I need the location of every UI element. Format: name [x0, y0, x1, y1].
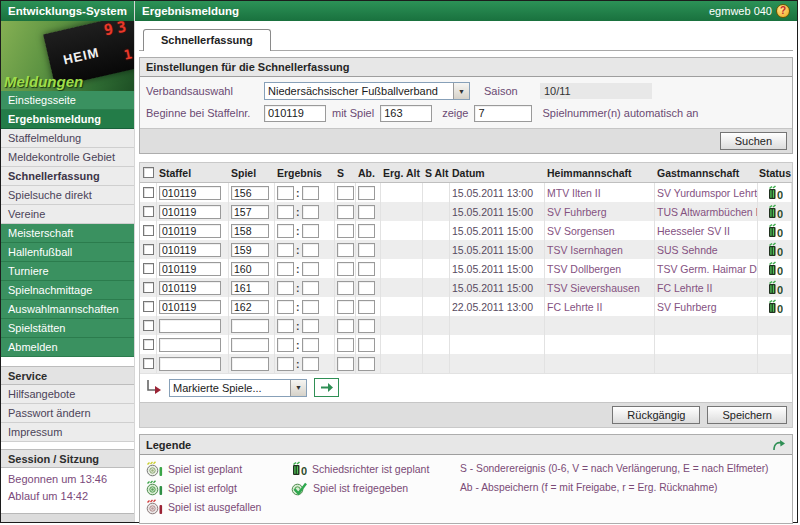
- away-score-input[interactable]: [302, 186, 319, 200]
- staffel-input[interactable]: [159, 224, 221, 238]
- service-item[interactable]: Hilfsangebote: [1, 385, 134, 404]
- abspeichern-input[interactable]: [358, 281, 375, 295]
- spiel-input[interactable]: [231, 224, 269, 238]
- sonderereignis-input[interactable]: [337, 205, 354, 219]
- away-score-input[interactable]: [302, 205, 319, 219]
- home-score-input[interactable]: [277, 338, 294, 352]
- row-checkbox[interactable]: [143, 187, 154, 198]
- spiel-input[interactable]: [231, 281, 269, 295]
- abspeichern-input[interactable]: [358, 243, 375, 257]
- spielnr-input[interactable]: [380, 105, 432, 122]
- spiel-input[interactable]: [231, 243, 269, 257]
- home-score-input[interactable]: [277, 319, 294, 333]
- sonderereignis-input[interactable]: [337, 186, 354, 200]
- zeige-input[interactable]: [474, 105, 532, 122]
- staffel-input[interactable]: [159, 319, 221, 333]
- spiel-input[interactable]: [231, 319, 269, 333]
- home-score-input[interactable]: [277, 243, 294, 257]
- staffel-input[interactable]: [159, 338, 221, 352]
- sidebar-item[interactable]: Einstiegsseite: [1, 91, 134, 110]
- sonderereignis-input[interactable]: [337, 243, 354, 257]
- row-checkbox[interactable]: [143, 320, 154, 331]
- row-checkbox[interactable]: [143, 225, 154, 236]
- chevron-down-icon[interactable]: ▼: [453, 83, 469, 99]
- away-score-input[interactable]: [302, 338, 319, 352]
- staffel-input[interactable]: [159, 300, 221, 314]
- staffel-input[interactable]: [159, 357, 221, 371]
- home-score-input[interactable]: [277, 357, 294, 371]
- home-score-input[interactable]: [277, 186, 294, 200]
- staffelnr-input[interactable]: [264, 105, 326, 122]
- collapse-arrow-icon[interactable]: [772, 438, 786, 451]
- row-checkbox[interactable]: [143, 206, 154, 217]
- sidebar-item[interactable]: Vereine: [1, 205, 134, 224]
- sonderereignis-input[interactable]: [337, 338, 354, 352]
- staffel-input[interactable]: [159, 281, 221, 295]
- sidebar-item[interactable]: Staffelmeldung: [1, 129, 134, 148]
- spiel-input[interactable]: [231, 262, 269, 276]
- away-score-input[interactable]: [302, 224, 319, 238]
- away-score-input[interactable]: [302, 300, 319, 314]
- home-score-input[interactable]: [277, 262, 294, 276]
- sidebar-item[interactable]: Meisterschaft: [1, 224, 134, 243]
- abspeichern-input[interactable]: [358, 262, 375, 276]
- sonderereignis-input[interactable]: [337, 262, 354, 276]
- staffel-input[interactable]: [159, 186, 221, 200]
- apply-button[interactable]: [314, 378, 339, 397]
- abspeichern-input[interactable]: [358, 357, 375, 371]
- away-score-input[interactable]: [302, 357, 319, 371]
- row-checkbox[interactable]: [143, 339, 154, 350]
- sidebar-item[interactable]: Turniere: [1, 262, 134, 281]
- staffel-input[interactable]: [159, 243, 221, 257]
- spiel-input[interactable]: [231, 186, 269, 200]
- away-score-input[interactable]: [302, 262, 319, 276]
- spiel-input[interactable]: [231, 205, 269, 219]
- away-score-input[interactable]: [302, 243, 319, 257]
- abspeichern-input[interactable]: [358, 186, 375, 200]
- sidebar-item[interactable]: Spielnachmittage: [1, 281, 134, 300]
- away-score-input[interactable]: [302, 319, 319, 333]
- row-checkbox[interactable]: [143, 263, 154, 274]
- home-score-input[interactable]: [277, 281, 294, 295]
- abspeichern-input[interactable]: [358, 319, 375, 333]
- spiel-input[interactable]: [231, 357, 269, 371]
- abspeichern-input[interactable]: [358, 224, 375, 238]
- spiel-input[interactable]: [231, 300, 269, 314]
- sidebar-item[interactable]: Ergebnismeldung: [1, 110, 134, 129]
- sidebar-item[interactable]: Meldekontrolle Gebiet: [1, 148, 134, 167]
- sonderereignis-input[interactable]: [337, 281, 354, 295]
- row-checkbox[interactable]: [143, 301, 154, 312]
- sonderereignis-input[interactable]: [337, 300, 354, 314]
- sidebar-item[interactable]: Abmelden: [1, 338, 134, 357]
- service-item[interactable]: Impressum: [1, 423, 134, 442]
- tab-schnellerfassung[interactable]: Schnellerfassung: [143, 29, 271, 51]
- sidebar-item[interactable]: Auswahlmannschaften: [1, 300, 134, 319]
- sonderereignis-input[interactable]: [337, 319, 354, 333]
- spiel-input[interactable]: [231, 338, 269, 352]
- service-item[interactable]: Passwort ändern: [1, 404, 134, 423]
- chevron-down-icon[interactable]: ▼: [290, 380, 306, 396]
- staffel-input[interactable]: [159, 205, 221, 219]
- help-icon[interactable]: ?: [776, 4, 790, 18]
- sidebar-item[interactable]: Hallenfußball: [1, 243, 134, 262]
- sidebar-item[interactable]: Schnellerfassung: [1, 167, 134, 186]
- select-all-checkbox[interactable]: [143, 167, 154, 178]
- abspeichern-input[interactable]: [358, 205, 375, 219]
- sidebar-item[interactable]: Spielsuche direkt: [1, 186, 134, 205]
- home-score-input[interactable]: [277, 205, 294, 219]
- undo-button[interactable]: Rückgängig: [612, 406, 700, 424]
- abspeichern-input[interactable]: [358, 300, 375, 314]
- abspeichern-input[interactable]: [358, 338, 375, 352]
- row-checkbox[interactable]: [143, 282, 154, 293]
- away-score-input[interactable]: [302, 281, 319, 295]
- home-score-input[interactable]: [277, 224, 294, 238]
- home-score-input[interactable]: [277, 300, 294, 314]
- row-checkbox[interactable]: [143, 358, 154, 369]
- save-button[interactable]: Speichern: [707, 406, 787, 424]
- row-checkbox[interactable]: [143, 244, 154, 255]
- sonderereignis-input[interactable]: [337, 224, 354, 238]
- marked-games-select[interactable]: Markierte Spiele... ▼: [169, 379, 307, 397]
- verband-select[interactable]: Niedersächsischer Fußballverband ▼: [264, 82, 470, 100]
- sidebar-item[interactable]: Spielstätten: [1, 319, 134, 338]
- staffel-input[interactable]: [159, 262, 221, 276]
